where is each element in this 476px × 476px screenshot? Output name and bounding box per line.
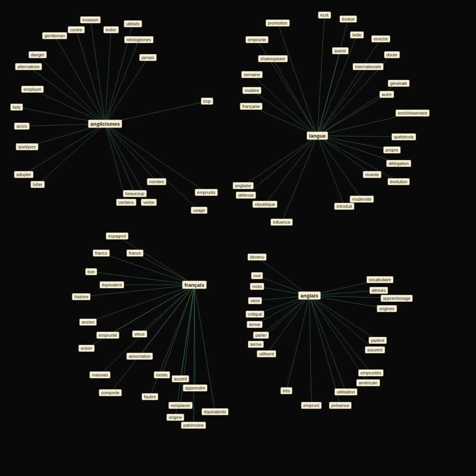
svg-line-83 — [309, 296, 378, 340]
node-existe: existe — [154, 371, 170, 378]
node-évolution: évolution — [388, 178, 410, 185]
node-verbe: verbe — [141, 199, 157, 206]
svg-line-68 — [194, 285, 194, 425]
svg-line-54 — [81, 285, 194, 297]
node-générale: générale — [388, 80, 410, 87]
node-accent: accent — [172, 375, 189, 382]
node-gentleman: gentleman — [42, 32, 67, 39]
node-employer: employer — [21, 86, 44, 93]
node-parlent: parlent — [369, 337, 387, 344]
node-enrichissement: enrichissement — [395, 109, 430, 117]
node-emprunté: emprunté — [96, 332, 119, 339]
svg-line-33 — [252, 90, 317, 136]
svg-line-16 — [105, 124, 157, 182]
node-vient: vient — [248, 297, 262, 304]
graph-container: anglicismeslanguefrançaisanglaisinvasion… — [0, 0, 476, 476]
svg-line-49 — [117, 236, 194, 285]
node-france: france — [127, 250, 144, 257]
node-invasion: invasion — [80, 16, 101, 23]
svg-line-41 — [317, 136, 372, 175]
node-alternatives: alternatives — [15, 63, 42, 70]
svg-line-67 — [175, 285, 194, 417]
node-shakespeare: shakespeare — [258, 55, 288, 62]
hub-node-français: français — [182, 281, 207, 289]
node-fautes: fautes — [142, 393, 158, 400]
node-semaine: semaine — [241, 71, 263, 78]
node-utilisation: utilisation — [334, 388, 357, 395]
node-histoire: histoire — [72, 293, 90, 300]
node-vieux: vieux — [132, 330, 147, 338]
node-québécois: québécois — [392, 133, 416, 140]
node-anglaise: anglaise — [233, 182, 254, 189]
svg-line-27 — [317, 39, 381, 136]
svg-line-42 — [317, 136, 399, 182]
node-certains: certains — [116, 199, 136, 206]
svg-line-89 — [309, 296, 311, 405]
node-contre: contre — [68, 26, 85, 33]
node-terme2: terme — [248, 341, 264, 348]
node-ancien: ancien — [79, 319, 97, 326]
node-doute: doute — [384, 51, 400, 58]
svg-line-62 — [162, 285, 194, 375]
node-emprunte: emprunte — [246, 36, 269, 43]
svg-line-60 — [100, 285, 194, 375]
svg-line-5 — [105, 40, 139, 124]
svg-line-24 — [317, 19, 348, 136]
svg-line-58 — [86, 285, 194, 348]
svg-line-8 — [29, 67, 105, 124]
svg-line-44 — [317, 136, 344, 206]
node-devenu: dévenu — [248, 253, 267, 261]
svg-line-15 — [38, 124, 105, 184]
node-république: république — [252, 201, 277, 208]
svg-line-85 — [309, 296, 371, 373]
node-bon: bon — [85, 268, 97, 275]
node-accro: accro — [14, 123, 30, 130]
node-équivalent: équivalent — [100, 281, 124, 288]
hub-node-anglais: anglais — [298, 292, 321, 300]
svg-line-38 — [317, 136, 404, 137]
node-terme1: terme — [247, 321, 263, 328]
svg-line-84 — [309, 296, 375, 350]
node-lady: lady — [10, 104, 23, 111]
svg-line-2 — [105, 30, 111, 124]
node-équivalents: équivalents — [202, 408, 228, 415]
svg-line-56 — [108, 285, 194, 335]
svg-line-9 — [33, 89, 105, 124]
svg-line-28 — [273, 59, 317, 136]
node-apprentissage: apprentissage — [380, 295, 413, 302]
node-utilisés: utilisés — [124, 20, 142, 27]
node-emprunt: emprunt — [301, 402, 322, 409]
node-évolue: évolue — [340, 15, 357, 23]
node-introduit: introduit — [334, 203, 354, 210]
svg-line-66 — [194, 285, 195, 388]
node-française: française — [240, 103, 263, 110]
node-américain: américain — [356, 379, 380, 386]
svg-line-70 — [257, 257, 309, 296]
svg-line-50 — [101, 253, 194, 285]
node-remplacer: remplacer — [169, 402, 193, 409]
node-jamais: jamais — [139, 54, 157, 61]
node-éviter: éviter — [104, 26, 119, 33]
node-usage: usage — [191, 207, 207, 214]
node-association: association — [126, 353, 153, 360]
node-empruntés: empruntés — [358, 369, 384, 376]
node-enrichir: enrichir — [371, 35, 390, 42]
node-dérivés: dérivés — [369, 287, 388, 294]
svg-line-76 — [261, 296, 309, 335]
node-très: très — [280, 387, 292, 394]
node-critiqué: critiqué — [246, 311, 264, 318]
node-mots: mots — [250, 283, 264, 290]
svg-line-25 — [257, 40, 317, 136]
svg-line-48 — [282, 136, 317, 222]
node-danger: danger — [29, 51, 47, 58]
hub-node-langue: langue — [307, 132, 328, 140]
svg-line-17 — [105, 124, 135, 194]
svg-line-39 — [317, 136, 392, 150]
node-emprunts: emprunts — [195, 189, 218, 196]
svg-line-43 — [317, 136, 362, 199]
svg-line-55 — [88, 285, 194, 322]
svg-line-59 — [140, 285, 194, 356]
node-apprendre: apprendre — [183, 384, 207, 392]
svg-line-47 — [265, 136, 317, 204]
node-mauvais: mauvais — [90, 371, 111, 378]
